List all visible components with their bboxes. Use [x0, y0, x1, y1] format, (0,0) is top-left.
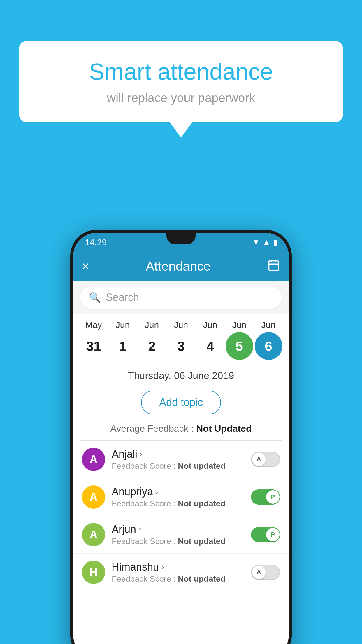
- avatar-anjali: A: [82, 448, 105, 471]
- phone-frame: 14:29 ▼ ▲ ▮ × Attendance 🔍: [70, 230, 292, 644]
- student-info-anupriya: Anupriya › Feedback Score : Not updated: [112, 486, 245, 508]
- student-item-anupriya: A Anupriya › Feedback Score : Not update…: [73, 478, 289, 516]
- calendar-months: May Jun Jun Jun Jun Jun Jun: [76, 320, 286, 330]
- student-name-anjali[interactable]: Anjali ›: [112, 448, 245, 460]
- speech-bubble-container: Smart attendance will replace your paper…: [19, 41, 343, 123]
- toggle-thumb-anjali: A: [252, 453, 266, 466]
- month-6: Jun: [255, 320, 282, 330]
- toggle-thumb-himanshu: A: [252, 566, 266, 579]
- chevron-anjali: ›: [140, 449, 142, 459]
- month-0: May: [80, 320, 108, 330]
- speech-bubble-title: Smart attendance: [42, 58, 320, 85]
- search-bar[interactable]: 🔍 Search: [80, 286, 282, 309]
- speech-bubble: Smart attendance will replace your paper…: [19, 41, 343, 123]
- add-topic-button[interactable]: Add topic: [141, 391, 221, 414]
- avatar-arjun: A: [82, 523, 105, 546]
- status-bar: 14:29 ▼ ▲ ▮: [73, 233, 289, 252]
- month-2: Jun: [138, 320, 166, 330]
- feedback-summary: Average Feedback : Not Updated: [73, 420, 289, 440]
- toggle-thumb-arjun: P: [266, 528, 280, 541]
- toggle-thumb-anupriya: P: [266, 490, 280, 504]
- search-bar-container: 🔍 Search: [73, 281, 289, 314]
- toggle-anupriya[interactable]: P: [251, 489, 280, 505]
- status-icons: ▼ ▲ ▮: [252, 238, 277, 247]
- date-2[interactable]: 2: [138, 332, 166, 360]
- student-list: A Anjali › Feedback Score : Not updated …: [73, 441, 289, 591]
- date-3[interactable]: 3: [167, 332, 195, 360]
- app-bar-title: Attendance: [146, 259, 211, 274]
- student-name-arjun[interactable]: Arjun ›: [112, 523, 245, 536]
- student-name-himanshu[interactable]: Himanshu ›: [112, 561, 245, 573]
- chevron-himanshu: ›: [161, 562, 164, 572]
- speech-bubble-subtitle: will replace your paperwork: [42, 91, 320, 105]
- calendar-icon[interactable]: [267, 259, 280, 274]
- svg-rect-0: [269, 261, 279, 270]
- toggle-himanshu-switch[interactable]: A: [251, 565, 280, 580]
- toggle-arjun[interactable]: P: [251, 527, 280, 542]
- toggle-anupriya-switch[interactable]: P: [251, 489, 280, 505]
- chevron-arjun: ›: [138, 525, 141, 534]
- calendar-dates: 31 1 2 3 4 5 6: [76, 332, 286, 360]
- student-info-arjun: Arjun › Feedback Score : Not updated: [112, 523, 245, 546]
- avatar-himanshu: H: [82, 561, 105, 584]
- phone-screen: 14:29 ▼ ▲ ▮ × Attendance 🔍: [73, 233, 289, 644]
- toggle-himanshu[interactable]: A: [251, 565, 280, 580]
- status-time: 14:29: [85, 237, 107, 247]
- feedback-value: Not Updated: [196, 423, 252, 434]
- search-placeholder: Search: [106, 291, 139, 304]
- month-4: Jun: [196, 320, 224, 330]
- student-name-anupriya[interactable]: Anupriya ›: [112, 486, 245, 498]
- month-1: Jun: [109, 320, 137, 330]
- battery-icon: ▮: [273, 238, 277, 247]
- toggle-arjun-switch[interactable]: P: [251, 527, 280, 542]
- calendar-strip: May Jun Jun Jun Jun Jun Jun 31 1 2 3 4 5…: [73, 314, 289, 363]
- student-info-himanshu: Himanshu › Feedback Score : Not updated: [112, 561, 245, 584]
- date-5-today[interactable]: 5: [226, 332, 253, 360]
- student-feedback-arjun: Feedback Score : Not updated: [112, 537, 245, 546]
- date-4[interactable]: 4: [196, 332, 224, 360]
- close-button[interactable]: ×: [82, 259, 89, 273]
- notch: [166, 233, 196, 244]
- month-3: Jun: [167, 320, 195, 330]
- date-1[interactable]: 1: [109, 332, 137, 360]
- student-feedback-anjali: Feedback Score : Not updated: [112, 461, 245, 471]
- toggle-anjali[interactable]: A: [251, 452, 280, 467]
- search-icon: 🔍: [89, 292, 101, 303]
- student-info-anjali: Anjali › Feedback Score : Not updated: [112, 448, 245, 471]
- month-5: Jun: [226, 320, 253, 330]
- signal-icon: ▲: [263, 238, 270, 247]
- selected-date-text: Thursday, 06 June 2019: [128, 370, 234, 381]
- student-item-himanshu: H Himanshu › Feedback Score : Not update…: [73, 554, 289, 591]
- add-topic-container: Add topic: [73, 386, 289, 420]
- date-6-selected[interactable]: 6: [255, 332, 282, 360]
- feedback-label: Average Feedback :: [110, 423, 196, 434]
- app-bar: × Attendance: [73, 252, 289, 281]
- student-item-arjun: A Arjun › Feedback Score : Not updated P: [73, 516, 289, 554]
- toggle-anjali-switch[interactable]: A: [251, 452, 280, 467]
- student-item-anjali: A Anjali › Feedback Score : Not updated …: [73, 441, 289, 478]
- chevron-anupriya: ›: [155, 487, 158, 496]
- date-31[interactable]: 31: [80, 332, 108, 360]
- date-header: Thursday, 06 June 2019: [73, 363, 289, 386]
- student-feedback-anupriya: Feedback Score : Not updated: [112, 499, 245, 508]
- student-feedback-himanshu: Feedback Score : Not updated: [112, 574, 245, 584]
- avatar-anupriya: A: [82, 485, 105, 509]
- wifi-icon: ▼: [252, 238, 260, 247]
